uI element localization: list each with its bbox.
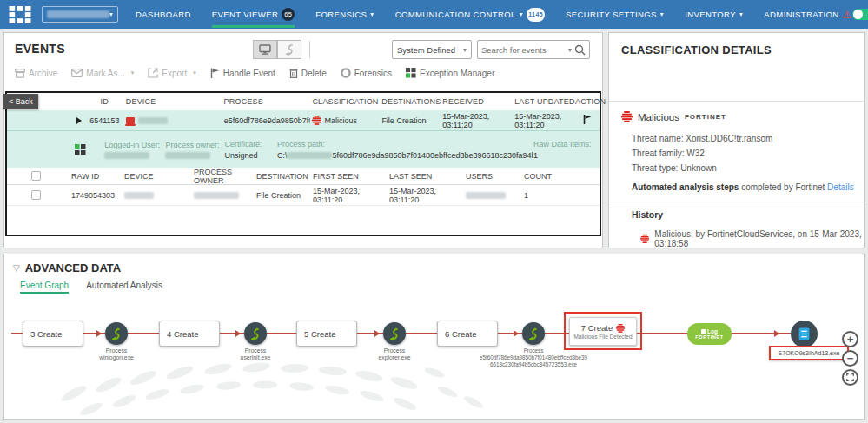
nav-item-event-viewer[interactable]: EVENT VIEWER 65 (212, 0, 295, 29)
process-node-winlogon[interactable] (105, 322, 128, 345)
process-path-prefix: C:\ (277, 151, 288, 160)
row-expander-icon[interactable] (76, 117, 82, 124)
raw-data-row[interactable]: 1749054303 File Creation 15-Mar-2023, 03… (7, 185, 600, 206)
toolbar-label: Delete (301, 69, 327, 78)
nav-item-communication-control[interactable]: COMMUNICATION CONTROL ▾ 1145 (395, 0, 545, 29)
collector-group-dropdown[interactable]: ▾ (42, 6, 118, 23)
nav-item-forensics[interactable]: FORENSICS ▾ (315, 0, 374, 29)
threat-type-value: Unknown (680, 163, 717, 173)
forensics-icon (341, 68, 351, 78)
column-header-users: USERS (464, 172, 522, 181)
arrowhead-icon (374, 330, 380, 337)
graph-node-4-create[interactable]: 4 Create (159, 321, 220, 347)
process-node-explorer[interactable] (383, 322, 406, 345)
graph-node-3-create[interactable]: 3 Create (23, 321, 83, 347)
toolbar-label: Archive (29, 69, 57, 78)
history-title: History (632, 209, 663, 220)
toolbar-label: Exception Manager (420, 69, 494, 78)
envelope-icon (71, 69, 83, 77)
back-button[interactable]: < Back (3, 94, 38, 109)
mark-as-button[interactable]: Mark As... ▾ (71, 69, 134, 78)
archive-button[interactable]: Archive (15, 69, 57, 78)
nav-label: INVENTORY (685, 10, 736, 19)
device-icon (126, 117, 135, 124)
fortinet-brand-label: FORTINET (695, 334, 723, 340)
nav-item-security-settings[interactable]: SECURITY SETTINGS ▾ (566, 0, 664, 29)
event-filter-select[interactable]: System Defined ▾ (392, 40, 472, 59)
prevention-mode-toggle[interactable] (852, 9, 868, 20)
handle-event-button[interactable]: Handle Event (210, 68, 275, 78)
graph-node-6-create[interactable]: 6 Create (437, 321, 498, 347)
event-destinations: File Creation (380, 116, 441, 125)
chevron-down-icon: ▾ (193, 69, 196, 76)
device-view-button[interactable] (253, 40, 277, 59)
nav-item-inventory[interactable]: INVENTORY ▾ (685, 0, 743, 29)
column-header-id: ID (85, 97, 124, 106)
details-link[interactable]: Details (827, 182, 854, 192)
redacted-process-owner (165, 152, 210, 159)
zoom-in-button[interactable]: + (842, 331, 858, 347)
export-button[interactable]: Export ▾ (148, 68, 195, 78)
nav-label: COMMUNICATION CONTROL (395, 10, 516, 19)
chevron-down-icon: ▾ (739, 10, 743, 18)
nav-item-dashboard[interactable]: DASHBOARD (136, 0, 191, 29)
zoom-out-button[interactable]: − (842, 350, 858, 367)
graph-node-5-create[interactable]: 5 Create (296, 321, 357, 347)
search-icon[interactable] (574, 44, 586, 56)
chevron-down-icon: ▾ (520, 10, 523, 18)
process-node-userinit[interactable] (244, 322, 267, 345)
threat-details: Threat name: Xorist.DD6C!tr.ransom Threa… (632, 131, 772, 175)
alert-warning-icon: ⚠ (843, 10, 852, 20)
nav-item-administration[interactable]: ADMINISTRATION ⚠ (764, 0, 851, 29)
action-flag-icon[interactable] (583, 115, 592, 124)
forensics-button[interactable]: Forensics (341, 68, 392, 78)
select-all-checkbox[interactable] (31, 171, 41, 181)
analysis-text: completed by Fortinet (739, 182, 827, 192)
process-node-hash[interactable] (522, 322, 545, 345)
main-menu: DASHBOARD EVENT VIEWER 65 FORENSICS ▾ CO… (136, 0, 852, 29)
column-header-action: ACTION (575, 97, 600, 106)
divider (609, 202, 864, 202)
fit-to-screen-button[interactable] (842, 369, 858, 386)
exception-manager-button[interactable]: Exception Manager (406, 68, 494, 78)
event-row-selected[interactable]: 6541153 e5f60df786e9da9850b7f0... Malici… (7, 110, 600, 131)
raw-last-seen: 15-Mar-2023, 03:11:20 (388, 187, 464, 204)
graph-node-7-create[interactable]: 7 Create Malicious File Detected (569, 317, 637, 346)
node-label: 7 Create (581, 323, 613, 333)
arrowhead-icon (514, 330, 519, 337)
threat-name-value: Xorist.DD6C!tr.ransom (686, 134, 772, 143)
trash-icon (289, 68, 298, 78)
graph-connector-line (11, 333, 805, 334)
toggle-knob (853, 10, 863, 19)
search-dropdown-icon[interactable]: ▾ (568, 46, 572, 54)
raw-data-items-value: 1 (533, 151, 594, 160)
events-table-header: ID DEVICE PROCESS CLASSIFICATION DESTINA… (7, 93, 600, 110)
analysis-bold-text: Automated analysis steps (632, 182, 739, 192)
malicious-bug-icon (312, 116, 321, 125)
malicious-bug-icon (640, 234, 649, 244)
event-graph: 3 Create 4 Create 5 Create 6 Create Proc… (4, 254, 864, 419)
toolbar-label: Mark As... (86, 69, 124, 78)
process-squiggle-icon (388, 327, 401, 340)
exception-manager-icon (406, 68, 416, 78)
process-view-button[interactable] (277, 40, 301, 59)
row-checkbox[interactable] (31, 190, 41, 200)
nav-label: SECURITY SETTINGS (566, 10, 657, 19)
event-received: 15-Mar-2023, 03:11:20 (441, 112, 513, 129)
chevron-down-icon: ▾ (109, 10, 113, 18)
fortinet-log-badge[interactable]: Log FORTINET (687, 323, 732, 345)
detected-file-name: E7OKO9s3IhAd13.exe (769, 346, 849, 360)
column-header-count: COUNT (522, 172, 574, 181)
file-node[interactable] (791, 321, 818, 347)
classification-panel: CLASSIFICATION DETAILS Malicious FORTINE… (608, 32, 865, 248)
delete-button[interactable]: Delete (289, 68, 327, 78)
search-input[interactable] (481, 45, 568, 55)
comm-control-badge: 1145 (527, 8, 545, 22)
event-id: 6541153 (85, 116, 124, 125)
events-table: ID DEVICE PROCESS CLASSIFICATION DESTINA… (5, 91, 601, 236)
process-node-label: Processwinlogon.exe (77, 347, 156, 361)
column-header-last-seen: LAST SEEN (388, 172, 464, 181)
column-header-process: PROCESS (222, 97, 311, 106)
fortinet-brand-logo: FORTINET (685, 113, 726, 121)
process-squiggle-icon (284, 43, 295, 56)
